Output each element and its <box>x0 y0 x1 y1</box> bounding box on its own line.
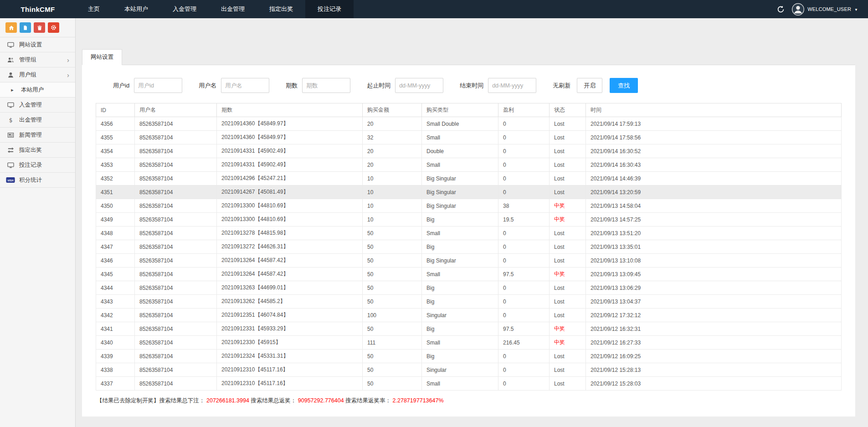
table-header-cell: 状态 <box>550 103 586 117</box>
refresh-toggle-button[interactable]: 开启 <box>577 78 602 93</box>
no-refresh-label: 无刷新 <box>553 82 570 90</box>
table-cell: 2021/09/14 17:59:13 <box>586 117 842 131</box>
table-cell: Small Double <box>422 117 498 131</box>
table-cell: 0 <box>498 363 550 377</box>
brand-logo[interactable]: ThinkCMF <box>0 0 76 18</box>
tab-site-settings[interactable]: 网站设置 <box>82 49 122 65</box>
filter-end-time: 结束时间 <box>460 78 536 93</box>
table-cell: 85263587104 <box>135 213 217 226</box>
table-cell: 20210913300【44810.69】 <box>217 213 363 226</box>
table-cell: 20210913264【44587.42】 <box>217 254 363 268</box>
nav-item[interactable]: 出金管理 <box>209 0 257 18</box>
username-input[interactable] <box>221 78 269 93</box>
table-cell: 2021/09/14 17:58:56 <box>586 131 842 144</box>
table-cell: 85263587104 <box>135 268 217 281</box>
table-cell: 2021/09/13 13:51:20 <box>586 226 842 240</box>
table-cell: Big Singular <box>422 172 498 185</box>
sidebar-item-label: 管理组 <box>19 56 36 64</box>
user-menu[interactable]: WELCOME_USER ▼ <box>792 3 858 15</box>
table-cell: Small <box>422 268 498 281</box>
table-row: 43478526358710420210913272【44626.31】50Bi… <box>96 240 842 254</box>
table-cell: 2021/09/13 14:57:25 <box>586 213 842 226</box>
filter-user-id: 用户id <box>113 78 182 93</box>
table-cell: Small <box>422 377 498 391</box>
user-id-input[interactable] <box>134 78 182 93</box>
table-cell: 85263587104 <box>135 363 217 377</box>
table-cell: Lost <box>550 158 586 172</box>
summary-total-return: 90957292.776404 <box>298 397 344 404</box>
table-row: 43428526358710420210912351【46074.84】100S… <box>96 309 842 322</box>
sidebar-item[interactable]: 投注记录 <box>0 158 75 173</box>
table-cell: 85263587104 <box>135 309 217 322</box>
filter-bar: 用户id 用户名 期数 起止时间 结束时间 <box>96 77 842 98</box>
table-cell: 50 <box>363 295 422 309</box>
table-cell: 4337 <box>96 377 135 391</box>
sidebar-item-label: 积分统计 <box>19 176 42 184</box>
table-cell: 0 <box>498 185 550 199</box>
table-cell: 20210912310【45117.16】 <box>217 377 363 391</box>
gear-icon[interactable] <box>48 22 59 33</box>
table-cell: 0 <box>498 131 550 144</box>
arrow-right-icon: ▸ <box>8 87 17 93</box>
table-cell: Lost <box>550 309 586 322</box>
table-cell: 20210913262【44585.2】 <box>217 295 363 309</box>
start-time-input[interactable] <box>395 78 443 93</box>
monitor-icon <box>6 102 15 108</box>
table-cell: 85263587104 <box>135 336 217 350</box>
table-cell: 4345 <box>96 268 135 281</box>
table-cell: 85263587104 <box>135 117 217 131</box>
table-row: 43558526358710420210914360【45849.97】32Sm… <box>96 131 842 144</box>
table-cell: 97.5 <box>498 268 550 281</box>
table-cell: 0 <box>498 350 550 363</box>
nav-item[interactable]: 投注记录 <box>305 0 354 18</box>
table-cell: Big Singular <box>422 254 498 268</box>
table-cell: 4343 <box>96 295 135 309</box>
nav-item[interactable]: 本站用户 <box>112 0 160 18</box>
table-cell: 0 <box>498 226 550 240</box>
summary-line: 【结果已去除定制开奖】搜索结果总下注： 207266181.3994 搜索结果总… <box>96 391 842 411</box>
table-cell: Small <box>422 226 498 240</box>
sidebar-item[interactable]: 管理组› <box>0 52 75 67</box>
table-header-cell: 购买类型 <box>422 103 498 117</box>
table-cell: Big <box>422 322 498 336</box>
table-header-row: ID用户名期数购买金额购买类型盈利状态时间 <box>96 103 842 117</box>
trash-icon[interactable] <box>34 22 45 33</box>
table-cell: Big Singular <box>422 199 498 213</box>
svg-text:$: $ <box>9 117 12 123</box>
table-cell: 85263587104 <box>135 131 217 144</box>
table-cell: Lost <box>550 131 586 144</box>
table-cell: 50 <box>363 281 422 295</box>
summary-return-rate: 2.2787197713647% <box>393 397 444 404</box>
sidebar-item[interactable]: 网站设置 <box>0 37 75 52</box>
sidebar-item[interactable]: 入金管理 <box>0 98 75 113</box>
sidebar-item[interactable]: 新闻管理 <box>0 128 75 143</box>
nav-item[interactable]: 主页 <box>76 0 112 18</box>
table-cell: Singular <box>422 363 498 377</box>
nav-item[interactable]: 入金管理 <box>160 0 209 18</box>
table-cell: 50 <box>363 240 422 254</box>
table-cell: 0 <box>498 117 550 131</box>
file-icon[interactable] <box>20 22 31 33</box>
table-header-cell: 购买金额 <box>363 103 422 117</box>
username-label: 用户名 <box>199 82 216 90</box>
sidebar-item[interactable]: 指定出奖 <box>0 143 75 158</box>
period-input[interactable] <box>302 78 350 93</box>
table-cell: 50 <box>363 254 422 268</box>
sidebar-item[interactable]: ▸本站用户 <box>0 82 75 98</box>
sidebar-item[interactable]: $出金管理 <box>0 113 75 128</box>
table-cell: 2021/09/12 15:28:03 <box>586 377 842 391</box>
table-cell: 85263587104 <box>135 254 217 268</box>
search-button[interactable]: 查找 <box>610 78 638 93</box>
table-cell: 20210912324【45331.31】 <box>217 350 363 363</box>
table-cell: 4338 <box>96 363 135 377</box>
table-cell: Small <box>422 131 498 144</box>
table-cell: 20210913264【44587.42】 <box>217 268 363 281</box>
home-icon[interactable] <box>5 22 17 33</box>
table-row: 43458526358710420210913264【44587.42】50Sm… <box>96 268 842 281</box>
end-time-input[interactable] <box>488 78 536 93</box>
sidebar-item[interactable]: VISA积分统计 <box>0 173 75 188</box>
sidebar-item[interactable]: 用户组› <box>0 67 75 82</box>
nav-item[interactable]: 指定出奖 <box>257 0 305 18</box>
refresh-icon[interactable] <box>777 5 785 13</box>
table-row: 43498526358710420210913300【44810.69】10Bi… <box>96 213 842 226</box>
